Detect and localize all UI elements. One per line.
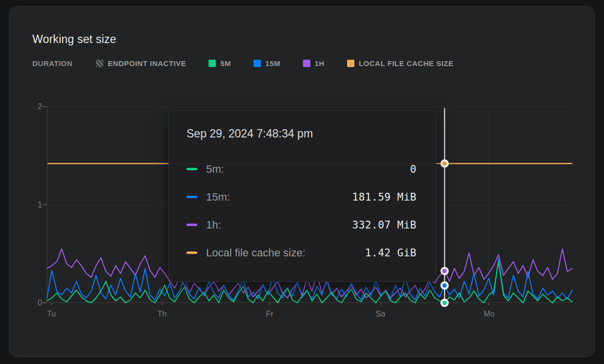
legend-item-label: 15M xyxy=(265,59,280,68)
legend-item-endpoint-inactive[interactable]: ENDPOINT INACTIVE xyxy=(96,59,186,68)
tooltip-row-1h: 1h: 332.07 MiB xyxy=(169,211,436,239)
tooltip-row-value: 332.07 MiB xyxy=(352,219,417,231)
crosshair-point-cache xyxy=(441,160,448,167)
y-axis-label-1: 1 xyxy=(27,200,42,210)
x-axis-label-Mo: Mo xyxy=(474,309,504,319)
series-color-dash-15m xyxy=(186,196,197,198)
series-color-dash-local-file-cache-size xyxy=(186,251,197,254)
chart-legend: DURATION ENDPOINT INACTIVE 5M 15M 1H LOC… xyxy=(32,59,476,68)
tooltip-row-5m: 5m: 0 xyxy=(169,155,436,183)
legend-item-label: 1H xyxy=(315,59,325,68)
chart-tooltip: Sep 29, 2024 7:48:34 pm 5m: 0 15m: 181.5… xyxy=(168,111,437,282)
tooltip-row-label: 15m: xyxy=(206,191,230,204)
y-axis-label-0: 0 xyxy=(27,298,42,308)
x-axis-label-Sa: Sa xyxy=(366,309,395,319)
chart-title: Working set size xyxy=(32,33,116,46)
tooltip-row-label: 5m: xyxy=(206,163,224,176)
tooltip-row-label: 1h: xyxy=(206,219,221,231)
legend-item-label: ENDPOINT INACTIVE xyxy=(108,59,186,68)
crosshair-point-15m xyxy=(441,282,448,289)
tooltip-row-value: 0 xyxy=(410,163,417,175)
series-color-dash-5m xyxy=(186,168,197,170)
legend-item-label: LOCAL FILE CACHE SIZE xyxy=(359,59,454,68)
legend-duration-label: DURATION xyxy=(32,59,72,68)
series-color-dash-1h xyxy=(186,224,197,226)
legend-swatch-5m xyxy=(209,60,216,67)
x-axis-label-Fr: Fr xyxy=(255,309,284,319)
legend-item-local-file-cache-size[interactable]: LOCAL FILE CACHE SIZE xyxy=(347,59,454,68)
x-axis-label-Tu: Tu xyxy=(37,309,66,319)
tooltip-row-label: Local file cache size: xyxy=(206,247,305,259)
legend-swatch-local-file-cache-size xyxy=(347,60,354,67)
chart-card: Working set size DURATION ENDPOINT INACT… xyxy=(9,6,595,357)
legend-swatch-1h xyxy=(303,60,310,67)
legend-item-1h[interactable]: 1H xyxy=(303,59,325,68)
y-axis-label-2: 2 xyxy=(27,102,42,112)
endpoint-inactive-hatch-icon xyxy=(96,60,103,67)
legend-swatch-15m xyxy=(254,60,261,67)
tooltip-row-15m: 15m: 181.59 MiB xyxy=(169,183,436,211)
crosshair-point-5m xyxy=(441,300,448,306)
legend-item-label: 5M xyxy=(220,59,231,68)
x-axis-label-Th: Th xyxy=(147,309,177,319)
crosshair-point-1h xyxy=(441,268,448,274)
legend-item-15m[interactable]: 15M xyxy=(254,59,280,68)
legend-item-5m[interactable]: 5M xyxy=(209,59,231,68)
tooltip-rows: 5m: 0 15m: 181.59 MiB 1h: 332.07 MiB Loc… xyxy=(169,155,436,267)
tooltip-timestamp: Sep 29, 2024 7:48:34 pm xyxy=(186,127,417,140)
page-root: { "card": { "title": "Working set size" … xyxy=(0,0,604,364)
tooltip-row-value: 181.59 MiB xyxy=(352,191,417,203)
tooltip-row-local-file-cache-size: Local file cache size: 1.42 GiB xyxy=(169,239,436,267)
tooltip-row-value: 1.42 GiB xyxy=(365,247,417,259)
